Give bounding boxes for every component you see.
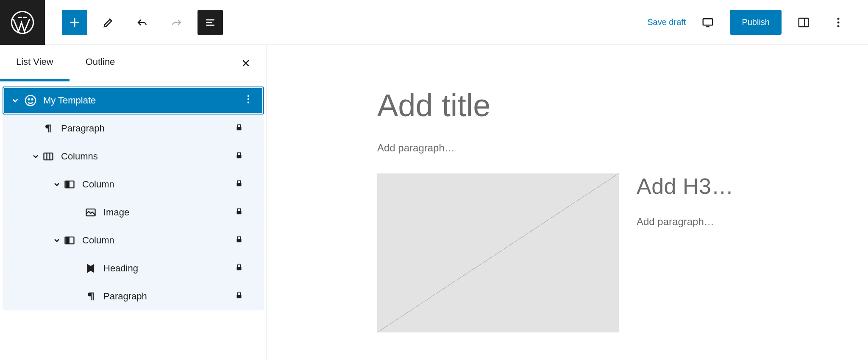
paragraph-placeholder-2[interactable]: Add paragraph…	[637, 216, 734, 228]
lock-icon	[234, 290, 244, 302]
paragraph-icon	[84, 290, 97, 303]
preview-button[interactable]	[695, 10, 721, 35]
publish-button[interactable]: Publish	[730, 10, 782, 35]
more-options-icon[interactable]	[243, 94, 254, 107]
svg-rect-12	[237, 127, 242, 130]
chevron-down-icon	[51, 179, 63, 190]
tree-item-label: Columns	[61, 151, 234, 162]
tree-item-column[interactable]: Column	[3, 226, 264, 254]
settings-panel-button[interactable]	[791, 10, 816, 35]
wordpress-logo[interactable]	[0, 0, 45, 45]
chevron-down-icon	[9, 95, 21, 106]
image-icon	[84, 206, 97, 219]
lock-icon	[234, 207, 244, 218]
svg-point-4	[837, 21, 840, 23]
undo-button[interactable]	[130, 10, 155, 35]
svg-point-10	[248, 98, 249, 100]
tree-item-paragraph[interactable]: Paragraph	[3, 282, 264, 310]
svg-rect-2	[799, 18, 809, 27]
svg-rect-1	[703, 19, 713, 25]
tree-item-paragraph[interactable]: Paragraph	[3, 114, 264, 142]
svg-rect-13	[44, 153, 53, 160]
tree-item-heading[interactable]: Heading	[3, 254, 264, 282]
column-icon	[63, 234, 76, 247]
column-icon	[63, 178, 76, 191]
svg-rect-14	[237, 155, 242, 158]
chevron-spacer	[72, 262, 84, 274]
svg-point-7	[28, 99, 30, 100]
svg-point-11	[248, 101, 249, 103]
svg-rect-17	[237, 183, 242, 186]
lock-icon	[234, 123, 244, 134]
block-tree: My Template ParagraphColumnsColumnImageC…	[0, 81, 267, 315]
tab-list-view[interactable]: List View	[0, 45, 70, 81]
tab-outline[interactable]: Outline	[70, 45, 131, 81]
tree-item-label: Heading	[103, 263, 234, 274]
heading-placeholder[interactable]: Add H3…	[637, 173, 734, 199]
close-panel-button[interactable]	[238, 55, 254, 71]
add-block-button[interactable]	[62, 10, 87, 35]
tree-item-label: My Template	[43, 95, 243, 106]
lock-icon	[234, 234, 244, 246]
columns-icon	[42, 150, 55, 163]
image-placeholder[interactable]	[377, 173, 619, 332]
editor-canvas[interactable]: Add title Add paragraph… Add H3… Add par…	[267, 45, 868, 360]
paragraph-icon	[42, 122, 55, 135]
post-title-placeholder[interactable]: Add title	[377, 87, 868, 123]
lock-icon	[234, 151, 244, 162]
tree-item-label: Image	[103, 207, 234, 218]
save-draft-button[interactable]: Save draft	[647, 17, 686, 27]
lock-icon	[234, 179, 244, 190]
heading-icon	[84, 262, 97, 275]
edit-tool-button[interactable]	[96, 10, 121, 35]
svg-rect-21	[66, 238, 69, 243]
svg-point-5	[837, 25, 840, 27]
tree-item-column[interactable]: Column	[3, 170, 264, 198]
svg-rect-23	[237, 267, 242, 270]
svg-point-8	[32, 99, 33, 100]
tree-item-my-template[interactable]: My Template	[3, 87, 264, 114]
options-button[interactable]	[826, 10, 851, 35]
tree-item-label: Column	[82, 235, 234, 246]
chevron-spacer	[72, 290, 84, 302]
chevron-spacer	[30, 123, 42, 134]
svg-rect-19	[237, 211, 242, 214]
template-icon	[24, 94, 37, 107]
chevron-down-icon	[51, 234, 63, 246]
tree-item-label: Column	[82, 179, 234, 190]
tree-item-label: Paragraph	[103, 291, 234, 302]
svg-rect-16	[66, 182, 69, 187]
top-toolbar: Save draft Publish	[0, 0, 868, 45]
document-overview-button[interactable]	[198, 10, 223, 35]
tree-item-columns[interactable]: Columns	[3, 142, 264, 170]
tree-item-image[interactable]: Image	[3, 198, 264, 226]
svg-rect-24	[237, 295, 242, 298]
redo-button	[164, 10, 189, 35]
svg-point-9	[248, 95, 249, 97]
svg-point-3	[837, 17, 840, 20]
svg-point-6	[25, 95, 36, 106]
paragraph-placeholder[interactable]: Add paragraph…	[377, 142, 868, 154]
tree-item-label: Paragraph	[61, 123, 234, 134]
lock-icon	[234, 262, 244, 274]
document-overview-panel: List View Outline My Template	[0, 45, 267, 360]
chevron-down-icon	[30, 151, 42, 162]
svg-rect-22	[237, 239, 242, 242]
chevron-spacer	[72, 207, 84, 218]
